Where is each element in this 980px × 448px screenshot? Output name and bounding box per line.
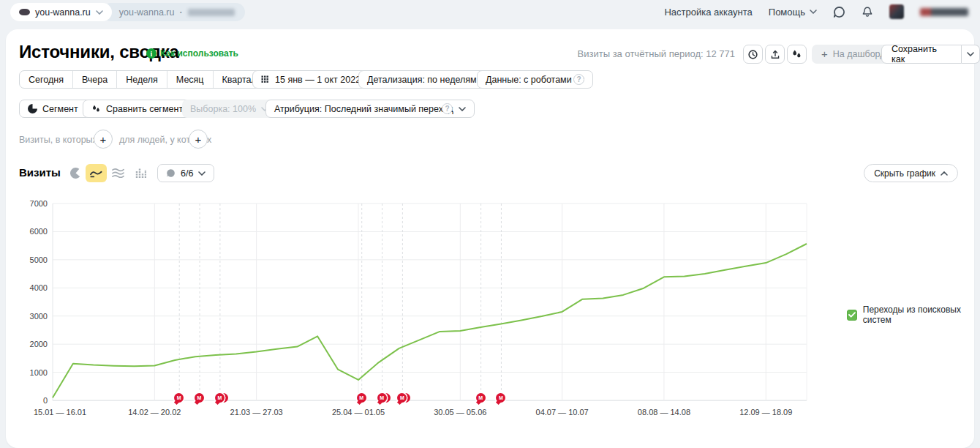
top-bar-right: Настройка аккаунта Помощь <box>664 0 968 23</box>
comments-count: 6/6 <box>181 168 193 179</box>
hide-chart-button[interactable]: Скрыть график <box>864 164 958 182</box>
x-axis-label: 14.02 — 20.02 <box>128 408 181 417</box>
counter-tab[interactable]: you-wanna.ru · <box>102 3 245 21</box>
x-axis-label: 12.09 — 18.09 <box>739 408 792 417</box>
y-axis-label: 7000 <box>30 199 48 208</box>
username-redacted <box>920 8 968 16</box>
annotation-bubble-icon: М <box>377 393 387 403</box>
y-axis-label: 6000 <box>30 227 48 236</box>
legend-item-search-engines[interactable]: Переходы из поисковых систем <box>847 305 980 325</box>
compare-segments-label: Сравнить сегменты <box>106 104 189 114</box>
info-icon: i <box>146 48 157 59</box>
calendar-grid-icon <box>261 75 270 84</box>
y-axis-label: 2000 <box>30 340 48 348</box>
user-avatar[interactable] <box>889 4 904 19</box>
visits-line-chart[interactable]: 0100020003000400050006000700015.01 — 16.… <box>0 190 980 421</box>
annotation-bubble-icon: М <box>215 393 225 403</box>
visits-period-total: Визиты за отчётный период: 12 771 <box>578 48 735 59</box>
check-icon <box>848 312 856 318</box>
metrica-sources-summary-page: you-wanna.ru you-wanna.ru · Настройка ак… <box>0 0 980 448</box>
counter-selector[interactable]: you-wanna.ru <box>10 3 112 21</box>
export-button[interactable] <box>765 45 785 64</box>
annotation-bubble-icon: М <box>195 393 204 403</box>
site-favicon <box>19 9 30 15</box>
y-axis-label: 3000 <box>30 312 48 321</box>
notifications-bell-icon[interactable] <box>862 6 873 18</box>
add-people-condition-button[interactable]: + <box>189 130 208 149</box>
comment-bubble-icon <box>166 168 176 178</box>
droplets-icon <box>91 104 101 113</box>
segment-pie-icon <box>28 104 37 113</box>
period-button-0[interactable]: Сегодня <box>20 71 72 88</box>
attribution-label: Атрибуция: Последний значимый переход <box>274 104 453 114</box>
save-as-menu-button[interactable] <box>962 45 980 64</box>
annotation-marker[interactable]: М <box>195 393 204 403</box>
droplets-icon <box>791 49 802 59</box>
annotation-bubble-icon: М <box>174 393 184 403</box>
visits-condition-label: Визиты, в которых <box>19 135 97 145</box>
stacked-area-icon <box>112 168 124 178</box>
annotation-marker[interactable]: М <box>496 393 505 403</box>
add-visit-condition-button[interactable]: + <box>94 130 113 149</box>
comments-dropdown[interactable]: 6/6 <box>157 164 214 182</box>
counter-tab-name: you-wanna.ru <box>119 7 175 18</box>
annotation-marker[interactable]: М <box>174 393 184 403</box>
annotation-marker[interactable]: М <box>215 393 225 403</box>
period-button-2[interactable]: Неделя <box>116 71 167 88</box>
account-settings-link[interactable]: Настройка аккаунта <box>664 7 752 18</box>
annotation-marker[interactable]: М <box>476 393 486 403</box>
dot-separator: · <box>180 7 183 18</box>
y-axis-label: 4000 <box>30 283 48 292</box>
x-axis-label: 21.03 — 27.03 <box>230 408 283 417</box>
date-range-button[interactable]: 15 янв — 1 окт 2022 <box>252 70 369 89</box>
help-label: Помощь <box>769 7 805 18</box>
legend-label: Переходы из поисковых систем <box>863 305 980 325</box>
chevron-down-icon <box>198 171 206 176</box>
sampling-dropdown-disabled: Выборка: 100% <box>182 100 276 118</box>
annotation-marker[interactable]: М <box>357 393 366 403</box>
plus-icon: + <box>821 48 828 59</box>
top-bar: you-wanna.ru you-wanna.ru · Настройка ак… <box>0 0 980 23</box>
annotation-marker[interactable]: М <box>397 393 407 403</box>
segment-label: Сегмент <box>42 104 78 114</box>
help-menu[interactable]: Помощь <box>769 7 817 18</box>
export-icon <box>770 49 780 60</box>
chevron-up-icon <box>941 171 948 176</box>
y-axis-label: 1000 <box>30 368 48 377</box>
counter-name: you-wanna.ru <box>35 7 91 18</box>
column-chart-icon <box>135 168 146 178</box>
y-axis-label: 5000 <box>30 255 48 264</box>
segments-button[interactable] <box>787 45 807 64</box>
pie-chart-icon <box>70 168 81 179</box>
help-question-icon[interactable]: ? <box>442 103 453 114</box>
hide-chart-label: Скрыть график <box>874 168 935 179</box>
chevron-down-icon <box>459 107 466 111</box>
how-to-use-label: Как использовать <box>160 48 238 59</box>
x-axis-label: 25.04 — 01.05 <box>332 408 385 417</box>
column-chart-type-button[interactable] <box>135 168 146 178</box>
annotation-bubble-icon: М <box>357 393 366 403</box>
history-button[interactable] <box>743 45 763 64</box>
pie-chart-type-button[interactable] <box>70 168 81 179</box>
line-chart-type-button-selected[interactable] <box>86 164 107 182</box>
annotation-marker[interactable]: М <box>377 393 387 403</box>
chart-metric-label: Визиты <box>19 166 61 179</box>
save-as-button[interactable]: Сохранить как <box>881 45 962 64</box>
feedback-chat-icon[interactable] <box>833 6 845 18</box>
annotation-bubble-icon: М <box>476 393 486 403</box>
legend-checkbox-checked[interactable] <box>847 310 857 321</box>
clock-icon <box>747 49 758 60</box>
line-chart-icon <box>90 168 102 178</box>
stacked-area-type-button[interactable] <box>112 168 124 178</box>
x-axis-label: 15.01 — 16.01 <box>34 408 86 417</box>
how-to-use-link[interactable]: i Как использовать <box>146 48 238 59</box>
period-button-1[interactable]: Вчера <box>72 71 116 88</box>
chevron-down-icon <box>810 10 817 14</box>
counter-id-redacted <box>188 9 235 16</box>
y-axis-label: 0 <box>43 396 48 405</box>
chevron-down-icon <box>967 52 974 56</box>
annotation-bubble-icon: М <box>496 393 505 403</box>
period-button-3[interactable]: Месяц <box>167 71 213 88</box>
add-to-dashboard-label: На дашборд <box>833 49 886 59</box>
help-question-icon[interactable]: ? <box>573 74 584 85</box>
